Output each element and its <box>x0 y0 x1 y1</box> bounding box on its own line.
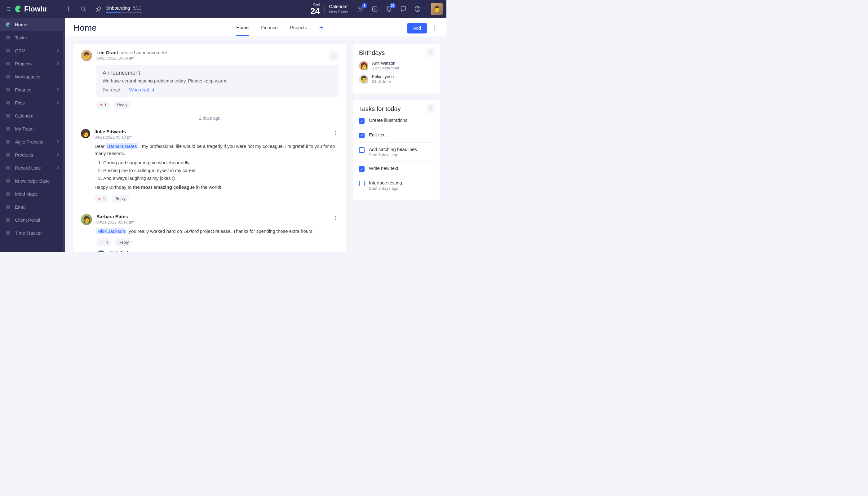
reply-button[interactable]: Reply <box>115 238 133 246</box>
reply-button[interactable]: Reply <box>112 195 129 202</box>
date-block[interactable]: Wed 24 <box>310 3 320 16</box>
page-menu-icon[interactable] <box>432 25 438 31</box>
help-icon[interactable] <box>414 5 421 12</box>
menu-toggle[interactable] <box>4 7 12 11</box>
sidebar-item-finance[interactable]: Finance <box>0 83 65 96</box>
mention[interactable]: Nick Jackson <box>96 228 126 234</box>
mail-icon[interactable]: 6 <box>357 5 364 12</box>
onboarding-widget[interactable]: Onboarding 5/13 <box>95 5 142 13</box>
task-row[interactable]: Create illustrations <box>359 117 433 128</box>
avatar[interactable]: 👨 <box>96 250 106 252</box>
who-read-link[interactable]: Who read: 4 <box>129 87 155 92</box>
sidebar-item-workspaces[interactable]: Workspaces <box>0 70 65 83</box>
svg-point-29 <box>434 26 435 27</box>
post-author[interactable]: Lee Grant <box>96 50 118 55</box>
task-row[interactable]: Interface testingStart 3 days ago <box>359 176 433 195</box>
ive-read-label[interactable]: I've read <box>103 87 120 92</box>
post-author[interactable]: Julie Edwards <box>95 129 126 134</box>
task-checkbox[interactable] <box>359 118 365 124</box>
sidebar-item-files[interactable]: Files <box>0 96 65 109</box>
task-row[interactable]: Edit text <box>359 128 433 142</box>
like-button[interactable]: ♥1 <box>96 101 110 109</box>
avatar[interactable]: 👩 <box>81 129 90 138</box>
like-button[interactable]: ♥4 <box>95 195 108 202</box>
drag-handle-icon[interactable] <box>427 48 435 57</box>
post-menu-icon[interactable] <box>335 131 336 135</box>
sidebar-item-projects[interactable]: Projects <box>0 57 65 70</box>
task-checkbox[interactable] <box>359 147 365 153</box>
sidebar-item-mind-maps[interactable]: Mind Maps <box>0 187 65 200</box>
avatar[interactable]: 👨 <box>81 50 92 61</box>
task-row[interactable]: Write new text <box>359 161 433 176</box>
svg-rect-28 <box>6 231 10 235</box>
svg-point-38 <box>335 134 336 135</box>
svg-point-42 <box>430 51 431 52</box>
sidebar-item-tasks[interactable]: Tasks <box>0 31 65 44</box>
bell-badge: 22 <box>390 3 396 9</box>
sidebar-item-time-tracker[interactable]: Time Tracker <box>0 226 65 239</box>
chevron-right-icon <box>56 153 60 157</box>
sidebar-item-email[interactable]: Email <box>0 200 65 213</box>
bell-icon[interactable]: 22 <box>386 5 392 12</box>
svg-rect-20 <box>6 127 10 130</box>
sidebar-item-calendar[interactable]: Calendar <box>0 109 65 122</box>
sidebar-item-client-portal[interactable]: Client Portal <box>0 213 65 226</box>
widget-title: Tasks for today <box>359 105 433 112</box>
date-num: 24 <box>310 7 320 16</box>
chevron-right-icon <box>56 101 60 105</box>
tab-add[interactable]: + <box>319 24 323 35</box>
tab-finance[interactable]: Finance <box>261 23 277 36</box>
like-button[interactable]: ♡4 <box>96 238 112 246</box>
sidebar-item-products[interactable]: Products <box>0 148 65 161</box>
tasks-widget: Tasks for today Create illustrationsEdit… <box>353 100 439 200</box>
svg-rect-14 <box>6 49 10 52</box>
task-checkbox[interactable] <box>359 166 365 172</box>
task-checkbox[interactable] <box>359 133 365 138</box>
calendar-sub: New Event <box>329 10 348 14</box>
sidebar-item-home[interactable]: Home <box>0 18 65 31</box>
birthday-date: 21 of June <box>372 79 394 84</box>
mention[interactable]: Barbara Bates <box>106 143 138 149</box>
user-avatar[interactable]: 👨 <box>431 3 443 15</box>
notes-icon[interactable] <box>371 5 378 12</box>
svg-rect-27 <box>6 218 10 222</box>
new-icon[interactable] <box>65 6 72 12</box>
main-header: Home Home Finance Projects + Add <box>65 18 446 37</box>
sidebar-item-agile-projects[interactable]: Agile Projects <box>0 135 65 148</box>
sidebar-item-my-team[interactable]: My Team <box>0 122 65 135</box>
task-checkbox[interactable] <box>359 181 365 186</box>
reply-author[interactable]: Nick Jackson <box>109 250 144 252</box>
sidebar-item-crm[interactable]: CRM <box>0 44 65 57</box>
post-menu-icon[interactable] <box>335 216 336 220</box>
birthday-row[interactable]: 👩 Ann Watson 1 of September <box>359 61 433 71</box>
svg-rect-23 <box>6 166 10 170</box>
logo[interactable]: Flowlu <box>14 5 47 13</box>
task-label: Write new text <box>369 166 398 171</box>
svg-rect-13 <box>6 36 10 40</box>
avatar[interactable]: 👩 <box>81 214 92 225</box>
search-icon[interactable] <box>80 6 87 12</box>
sidebar-icon <box>5 139 11 145</box>
task-label: Add catching headlines <box>369 146 417 152</box>
svg-point-36 <box>335 131 336 132</box>
drag-handle-icon[interactable] <box>427 104 435 113</box>
sidebar-icon <box>5 21 11 28</box>
add-button[interactable]: Add <box>407 23 427 33</box>
svg-point-31 <box>434 29 435 30</box>
sidebar-item-knowledge-base[interactable]: Knowledge Base <box>0 174 65 187</box>
birthday-row[interactable]: 👨 Felix Lynch 21 of June <box>359 74 433 84</box>
sidebar-icon <box>5 230 11 236</box>
logo-icon <box>14 5 22 13</box>
tab-projects[interactable]: Projects <box>290 23 307 36</box>
post-author[interactable]: Barbara Bates <box>96 214 128 219</box>
sidebar-item-label: Record Lists <box>15 165 41 170</box>
tab-home[interactable]: Home <box>236 23 249 36</box>
sidebar-item-record-lists[interactable]: Record Lists <box>0 161 65 174</box>
onboarding-label: Onboarding <box>106 5 130 11</box>
task-row[interactable]: Add catching headlinesStart 6 days ago <box>359 142 433 161</box>
chat-icon[interactable] <box>400 5 407 12</box>
status-online-icon <box>366 67 368 71</box>
reply-button[interactable]: Reply <box>113 101 131 109</box>
calendar-block[interactable]: Calendar New Event <box>329 4 348 14</box>
drag-handle-icon[interactable] <box>329 51 339 60</box>
